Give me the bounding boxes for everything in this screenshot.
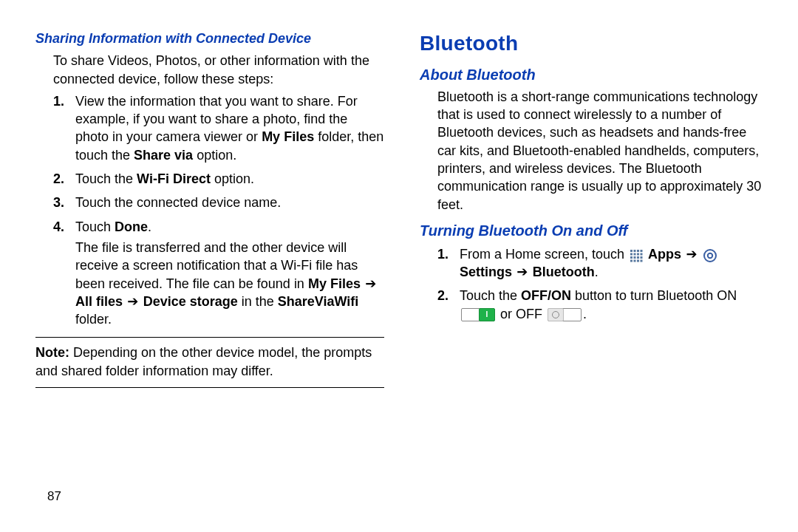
step-text: Touch the connected device name. [75, 195, 281, 210]
toggle-off-icon [548, 308, 582, 321]
svg-rect-0 [630, 250, 632, 252]
svg-rect-13 [634, 259, 636, 262]
svg-rect-3 [641, 250, 643, 252]
bold-bluetooth: Bluetooth [533, 265, 595, 279]
text-fragment: Touch [75, 219, 115, 234]
bold-my-files-2: My Files [308, 276, 361, 291]
step-4-result: The file is transferred and the other de… [75, 239, 384, 328]
step-number: 3. [53, 194, 64, 211]
bold-my-files: My Files [262, 129, 314, 144]
bold-share-via: Share via [134, 148, 193, 163]
left-step-2: 2. Touch the Wi-Fi Direct option. [35, 170, 384, 188]
svg-point-16 [704, 250, 716, 262]
bold-wifi-direct: Wi-Fi Direct [137, 171, 211, 186]
text-fragment: . [595, 265, 598, 279]
svg-rect-14 [637, 259, 639, 262]
step-number: 4. [53, 218, 64, 236]
bold-off-on: OFF/ON [521, 288, 571, 303]
about-bluetooth-text: Bluetooth is a short-range communication… [437, 88, 768, 214]
right-steps-list: 1. From a Home screen, touch Apps ➔ Sett… [420, 245, 768, 323]
heading-about-bluetooth: About Bluetooth [420, 65, 768, 85]
text-fragment: button to turn Bluetooth ON [571, 288, 737, 303]
intro-paragraph: To share Videos, Photos, or other inform… [53, 52, 384, 88]
left-step-3: 3. Touch the connected device name. [35, 194, 384, 211]
text-fragment: . [583, 307, 587, 321]
step-text: Touch the Wi-Fi Direct option. [75, 171, 254, 186]
svg-rect-15 [641, 259, 643, 262]
step-number: 1. [437, 245, 449, 263]
svg-rect-1 [634, 250, 636, 252]
svg-rect-11 [641, 256, 643, 259]
svg-rect-2 [637, 250, 639, 252]
step-text: From a Home screen, touch Apps ➔ Setting… [460, 247, 718, 279]
svg-rect-7 [641, 253, 643, 255]
apps-grid-icon [630, 249, 643, 262]
text-fragment: in the [238, 294, 278, 309]
bold-apps: Apps [648, 247, 681, 262]
left-step-1: 1. View the information that you want to… [35, 92, 384, 164]
text-fragment: or OFF [497, 307, 546, 321]
arrow-icon: ➔ [361, 276, 376, 291]
note-label: Note: [35, 345, 69, 360]
heading-sharing: Sharing Information with Connected Devic… [35, 30, 384, 47]
step-text: Touch Done. [75, 219, 151, 234]
left-step-4: 4. Touch Done. The file is transferred a… [35, 218, 384, 329]
bold-settings: Settings [460, 265, 512, 279]
svg-rect-8 [630, 256, 632, 259]
svg-rect-12 [630, 259, 632, 262]
heading-bluetooth: Bluetooth [420, 30, 768, 58]
step-text: Touch the OFF/ON button to turn Bluetoot… [460, 288, 737, 321]
step-number: 2. [53, 170, 64, 188]
settings-gear-icon [703, 249, 717, 262]
svg-point-17 [708, 253, 712, 258]
right-step-1: 1. From a Home screen, touch Apps ➔ Sett… [420, 245, 768, 282]
text-fragment: . [148, 219, 151, 234]
step-text: View the information that you want to sh… [75, 94, 383, 163]
toggle-on-icon: I [461, 308, 495, 321]
step-number: 2. [437, 287, 449, 304]
bold-all-files: All files [75, 294, 123, 309]
arrow-icon: ➔ [681, 246, 702, 262]
svg-rect-5 [634, 253, 636, 255]
left-steps-list: 1. View the information that you want to… [35, 92, 384, 329]
text-fragment: option. [211, 171, 254, 186]
arrow-icon: ➔ [512, 264, 533, 279]
svg-rect-6 [637, 253, 639, 255]
text-fragment: Touch the [75, 171, 137, 186]
text-fragment: option. [193, 148, 236, 163]
step-number: 1. [53, 92, 64, 110]
text-fragment: folder. [75, 312, 112, 327]
text-fragment: From a Home screen, touch [460, 247, 628, 262]
text-fragment: Touch the [460, 288, 521, 303]
heading-turning-bluetooth: Turning Bluetooth On and Off [420, 221, 768, 241]
note-block: Note: Depending on the other device mode… [35, 337, 384, 388]
svg-rect-10 [637, 256, 639, 259]
note-text: Depending on the other device model, the… [35, 345, 372, 378]
arrow-icon: ➔ [123, 293, 143, 309]
bold-device-storage: Device storage [143, 294, 238, 309]
page-number: 87 [47, 488, 61, 505]
bold-shareviawifi: ShareViaWifi [278, 294, 359, 309]
svg-rect-9 [634, 256, 636, 259]
svg-rect-4 [630, 253, 632, 255]
right-step-2: 2. Touch the OFF/ON button to turn Bluet… [420, 287, 768, 323]
bold-done: Done [115, 219, 148, 234]
